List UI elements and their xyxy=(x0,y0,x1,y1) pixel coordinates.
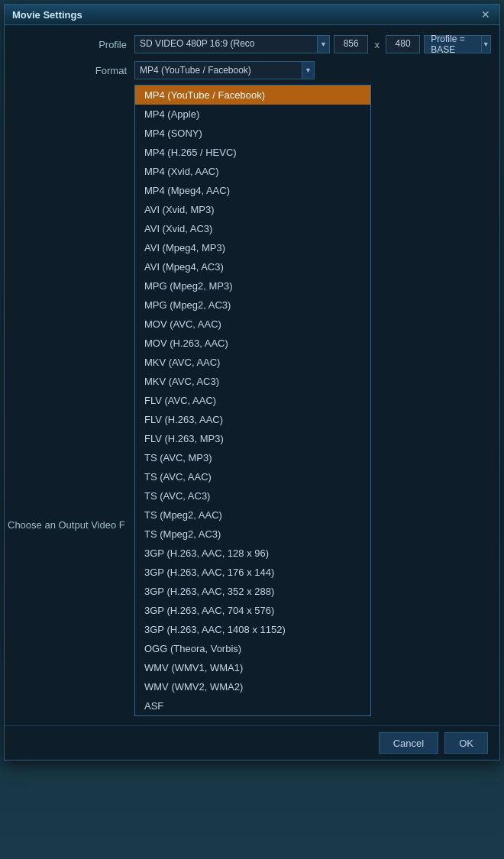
list-item[interactable]: MP4 (Mpeg4, AAC) xyxy=(135,181,370,200)
movie-settings-dialog: Movie Settings ✕ Profile SD VIDEO 480P 1… xyxy=(4,4,500,761)
profile-width[interactable]: 856 xyxy=(334,35,368,53)
profile-value[interactable]: SD VIDEO 480P 16:9 (Reco xyxy=(134,35,318,53)
list-item[interactable]: TS (Mpeg2, AAC) xyxy=(135,505,370,525)
list-item[interactable]: 3GP (H.263, AAC, 176 x 144) xyxy=(135,563,370,582)
list-item[interactable]: MP4 (Apple) xyxy=(135,105,370,124)
list-item[interactable]: MP4 (Xvid, AAC) xyxy=(135,162,370,181)
x-separator: x xyxy=(374,39,380,50)
list-item[interactable]: FLV (H.263, AAC) xyxy=(135,410,370,429)
list-item[interactable]: MP4 (H.265 / HEVC) xyxy=(135,143,370,162)
list-item[interactable]: AVI (Mpeg4, MP3) xyxy=(135,238,370,257)
list-item[interactable]: MKV (AVC, AC3) xyxy=(135,372,370,391)
choose-output-label: Choose an Output Video F xyxy=(8,519,125,531)
list-item[interactable]: 3GP (H.263, AAC, 1408 x 1152) xyxy=(135,620,370,639)
format-dropdown-list: MP4 (YouTube / Facebook)MP4 (Apple)MP4 (… xyxy=(134,85,371,716)
profile-row: Profile SD VIDEO 480P 16:9 (Reco ▼ 856 x… xyxy=(16,34,488,54)
format-dropdown-container: MP4 (YouTube / Facebook)MP4 (Apple)MP4 (… xyxy=(134,85,488,716)
list-item[interactable]: AVI (Mpeg4, AC3) xyxy=(135,257,370,276)
list-item[interactable]: TS (AVC, MP3) xyxy=(135,448,370,467)
profile-control: SD VIDEO 480P 16:9 (Reco ▼ 856 x 480 Pro… xyxy=(134,35,491,53)
list-item[interactable]: MP4 (YouTube / Facebook) xyxy=(135,86,370,105)
close-button[interactable]: ✕ xyxy=(480,8,492,21)
profile-badge-arrow[interactable]: ▼ xyxy=(482,35,491,53)
list-item[interactable]: OGG (Theora, Vorbis) xyxy=(135,639,370,658)
list-item[interactable]: MPG (Mpeg2, MP3) xyxy=(135,276,370,295)
list-item[interactable]: AVI (Xvid, MP3) xyxy=(135,200,370,219)
list-item[interactable]: AVI (Xvid, AC3) xyxy=(135,219,370,238)
list-item[interactable]: MP4 (SONY) xyxy=(135,124,370,143)
format-row: Format MP4 (YouTube / Facebook) ▼ xyxy=(16,60,488,80)
list-item[interactable]: MKV (AVC, AAC) xyxy=(135,353,370,372)
list-item[interactable]: MOV (H.263, AAC) xyxy=(135,334,370,353)
dialog-body: Profile SD VIDEO 480P 16:9 (Reco ▼ 856 x… xyxy=(5,25,499,725)
profile-badge-wrapper: Profile = BASE ▼ xyxy=(424,35,490,53)
profile-badge[interactable]: Profile = BASE xyxy=(424,35,481,53)
list-item[interactable]: TS (AVC, AC3) xyxy=(135,486,370,505)
list-item[interactable]: 3GP (H.263, AAC, 128 x 96) xyxy=(135,544,370,563)
list-item[interactable]: TS (Mpeg2, AC3) xyxy=(135,525,370,544)
list-item[interactable]: 3GP (H.263, AAC, 704 x 576) xyxy=(135,601,370,620)
list-item[interactable]: WMV (WMV1, WMA1) xyxy=(135,658,370,677)
list-item[interactable]: MOV (AVC, AAC) xyxy=(135,315,370,334)
profile-dropdown-arrow[interactable]: ▼ xyxy=(318,35,330,53)
format-select-wrapper: MP4 (YouTube / Facebook) ▼ xyxy=(134,61,315,79)
cancel-button[interactable]: Cancel xyxy=(379,732,438,754)
format-label: Format xyxy=(16,65,134,76)
dialog-titlebar: Movie Settings ✕ xyxy=(5,5,499,25)
format-dropdown-arrow[interactable]: ▼ xyxy=(302,61,315,79)
list-item[interactable]: TS (AVC, AAC) xyxy=(135,467,370,486)
profile-select-wrapper: SD VIDEO 480P 16:9 (Reco ▼ xyxy=(134,35,330,53)
format-control: MP4 (YouTube / Facebook) ▼ xyxy=(134,61,488,79)
list-item[interactable]: MPG (Mpeg2, AC3) xyxy=(135,295,370,315)
list-item[interactable]: 3GP (H.263, AAC, 352 x 288) xyxy=(135,582,370,601)
list-item[interactable]: WMV (WMV2, WMA2) xyxy=(135,677,370,696)
ok-button[interactable]: OK xyxy=(444,732,488,754)
dialog-title: Movie Settings xyxy=(12,9,82,21)
profile-label: Profile xyxy=(16,39,134,50)
list-item[interactable]: ASF xyxy=(135,696,370,715)
list-item[interactable]: FLV (H.263, MP3) xyxy=(135,429,370,448)
dialog-footer: Cancel OK xyxy=(5,725,499,760)
list-item[interactable]: FLV (AVC, AAC) xyxy=(135,391,370,410)
format-value[interactable]: MP4 (YouTube / Facebook) xyxy=(134,61,302,79)
profile-height[interactable]: 480 xyxy=(386,35,420,53)
